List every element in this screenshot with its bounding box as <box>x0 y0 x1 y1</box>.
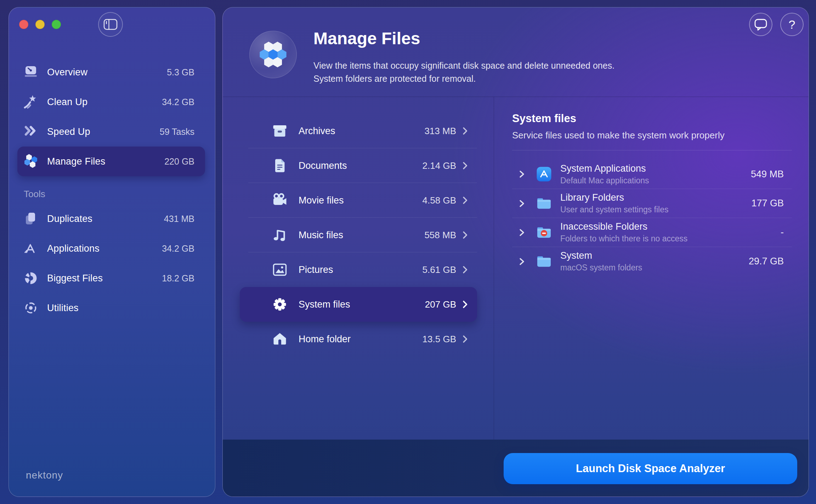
detail-row-subtitle: macOS system folders <box>560 263 749 273</box>
gauge-icon <box>23 64 39 80</box>
page-description: View the items that occupy significant d… <box>313 59 614 85</box>
detail-row-subtitle: Default Mac applications <box>560 176 751 185</box>
category-value: 558 MB <box>424 230 456 241</box>
appstore-icon <box>23 241 39 256</box>
main-panel: Manage Files View the items that occupy … <box>222 7 809 497</box>
detail-row-title: Library Folders <box>560 192 751 203</box>
sidebar-toggle-icon <box>103 18 118 31</box>
folder-icon <box>536 254 552 269</box>
detail-row-title: Inaccessible Folders <box>560 221 781 232</box>
detail-row-library-folders[interactable]: Library Folders User and system settings… <box>512 189 792 218</box>
header-divider <box>223 97 809 97</box>
sidebar-item-label: Clean Up <box>47 97 162 108</box>
category-label: Documents <box>299 160 423 171</box>
pie-chart-icon <box>23 270 39 286</box>
expand-chevron-icon[interactable] <box>519 257 528 266</box>
help-button[interactable]: ? <box>780 13 804 36</box>
detail-subtitle: Service files used to make the system wo… <box>512 130 792 141</box>
sidebar-item-biggest-files[interactable]: Biggest Files 18.2 GB <box>17 263 205 293</box>
detail-panel: System files Service files used to make … <box>512 112 792 276</box>
chevron-right-icon <box>463 300 468 309</box>
chevron-right-icon <box>463 196 468 205</box>
category-row-documents[interactable]: Documents 2.14 GB <box>240 148 477 183</box>
category-value: 313 MB <box>424 126 456 137</box>
category-row-movie-files[interactable]: Movie files 4.58 GB <box>240 183 477 218</box>
expand-chevron-icon[interactable] <box>519 228 528 237</box>
category-value: 2.14 GB <box>423 160 456 171</box>
expand-chevron-icon[interactable] <box>519 170 528 178</box>
chevron-right-icon <box>463 161 468 170</box>
category-label: Archives <box>299 126 424 137</box>
sidebar-item-speed-up[interactable]: Speed Up 59 Tasks <box>17 117 205 147</box>
vertical-divider <box>494 97 494 440</box>
page-title: Manage Files <box>313 29 420 48</box>
sidebar-item-value: 34.2 GB <box>162 244 194 254</box>
sidebar-item-utilities[interactable]: Utilities <box>17 293 205 323</box>
page-description-line1: View the items that occupy significant d… <box>313 59 614 72</box>
category-value: 4.58 GB <box>423 195 456 206</box>
detail-row-title: System Applications <box>560 163 751 174</box>
chevron-right-icon <box>463 265 468 274</box>
launch-disk-space-analyzer-button[interactable]: Launch Disk Space Analyzer <box>504 453 797 484</box>
expand-chevron-icon[interactable] <box>519 199 528 208</box>
chevron-right-icon <box>463 335 468 343</box>
detail-title: System files <box>512 112 792 125</box>
chevron-right-icon <box>463 127 468 135</box>
detail-row-value: - <box>781 227 784 238</box>
zoom-button[interactable] <box>52 20 61 29</box>
category-row-home-folder[interactable]: Home folder 13.5 GB <box>240 322 477 356</box>
category-value: 5.61 GB <box>423 264 456 275</box>
manage-files-bubble-icon <box>249 31 297 78</box>
gear-icon <box>272 296 288 313</box>
detail-row-subtitle: User and system settings files <box>560 205 751 214</box>
detail-row-value: 549 MB <box>751 169 784 180</box>
sidebar-item-overview[interactable]: Overview 5.3 GB <box>17 57 205 87</box>
archive-box-icon <box>272 123 288 139</box>
detail-row-system[interactable]: System macOS system folders 29.7 GB <box>512 247 792 276</box>
category-row-system-files[interactable]: System files 207 GB <box>240 287 477 322</box>
sidebar-item-manage-files[interactable]: Manage Files 220 GB <box>17 147 205 176</box>
detail-row-inaccessible-folders[interactable]: Inaccessible Folders Folders to which th… <box>512 218 792 247</box>
page-description-line2: System folders are protected for removal… <box>313 72 614 85</box>
sidebar-item-label: Utilities <box>47 303 194 314</box>
sidebar-item-label: Speed Up <box>47 126 160 137</box>
sidebar-toggle-button[interactable] <box>98 12 123 37</box>
appstore-app-icon <box>536 166 552 182</box>
chevron-right-icon <box>463 231 468 239</box>
sidebar-item-duplicates[interactable]: Duplicates 431 MB <box>17 204 205 234</box>
folder-icon <box>536 196 552 211</box>
close-button[interactable] <box>19 20 28 29</box>
folder-restricted-icon <box>536 225 552 240</box>
category-value: 207 GB <box>425 299 456 310</box>
detail-row-system-applications[interactable]: System Applications Default Mac applicat… <box>512 160 792 189</box>
detail-row-subtitle: Folders to which there is no access <box>560 234 781 244</box>
movie-camera-icon <box>272 192 288 208</box>
feedback-button[interactable] <box>749 13 772 36</box>
sidebar-item-label: Overview <box>47 67 167 78</box>
detail-row-value: 177 GB <box>751 198 784 209</box>
question-mark-icon: ? <box>789 18 795 31</box>
sidebar-nav: Overview 5.3 GB Clean Up 34.2 GB Spee <box>9 57 215 323</box>
sidebar-item-label: Duplicates <box>47 213 164 224</box>
category-label: Home folder <box>299 334 423 345</box>
category-row-archives[interactable]: Archives 313 MB <box>240 114 477 148</box>
sidebar-item-applications[interactable]: Applications 34.2 GB <box>17 234 205 263</box>
detail-row-value: 29.7 GB <box>749 256 784 267</box>
sidebar-item-value: 431 MB <box>164 214 194 224</box>
minimize-button[interactable] <box>35 20 45 29</box>
chat-bubble-icon <box>753 17 769 32</box>
category-label: System files <box>299 299 425 310</box>
category-value: 13.5 GB <box>423 334 456 345</box>
sidebar-item-label: Biggest Files <box>47 273 162 284</box>
category-row-pictures[interactable]: Pictures 5.61 GB <box>240 252 477 287</box>
category-row-music-files[interactable]: Music files 558 MB <box>240 218 477 252</box>
music-note-icon <box>272 227 288 243</box>
document-icon <box>272 158 288 174</box>
home-icon <box>272 331 288 347</box>
shooting-star-icon <box>23 94 39 110</box>
sidebar-item-value: 34.2 GB <box>162 97 194 107</box>
sidebar-item-clean-up[interactable]: Clean Up 34.2 GB <box>17 87 205 117</box>
tools-section-label: Tools <box>24 189 215 200</box>
file-category-list: Archives 313 MB Documents 2.14 GB <box>240 114 477 356</box>
picture-icon <box>272 262 288 278</box>
